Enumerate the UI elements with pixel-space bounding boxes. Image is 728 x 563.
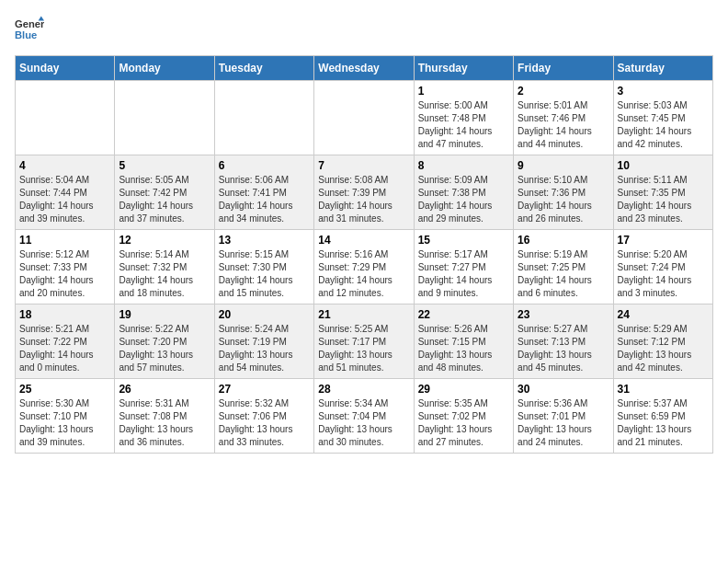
day-number: 8	[418, 159, 509, 172]
day-info: Sunrise: 5:32 AM Sunset: 7:06 PM Dayligh…	[219, 397, 310, 449]
calendar-day-cell: 6Sunrise: 5:06 AM Sunset: 7:41 PM Daylig…	[214, 155, 313, 230]
calendar-day-cell: 17Sunrise: 5:20 AM Sunset: 7:24 PM Dayli…	[613, 230, 712, 304]
calendar-week-row: 18Sunrise: 5:21 AM Sunset: 7:22 PM Dayli…	[16, 304, 713, 379]
day-info: Sunrise: 5:27 AM Sunset: 7:13 PM Dayligh…	[518, 323, 609, 374]
calendar-day-cell: 4Sunrise: 5:04 AM Sunset: 7:44 PM Daylig…	[16, 155, 115, 230]
day-number: 2	[518, 85, 609, 98]
weekday-monday: Monday	[115, 56, 214, 81]
day-info: Sunrise: 5:12 AM Sunset: 7:33 PM Dayligh…	[19, 248, 110, 300]
calendar-day-cell: 27Sunrise: 5:32 AM Sunset: 7:06 PM Dayli…	[214, 379, 313, 454]
day-number: 16	[518, 234, 609, 247]
weekday-thursday: Thursday	[414, 56, 513, 81]
day-number: 25	[19, 383, 110, 396]
page-header: General Blue	[15, 15, 713, 44]
day-info: Sunrise: 5:10 AM Sunset: 7:36 PM Dayligh…	[518, 174, 609, 225]
calendar-day-cell: 20Sunrise: 5:24 AM Sunset: 7:19 PM Dayli…	[214, 304, 313, 379]
day-info: Sunrise: 5:01 AM Sunset: 7:46 PM Dayligh…	[518, 99, 609, 151]
day-number: 23	[518, 308, 609, 321]
day-info: Sunrise: 5:34 AM Sunset: 7:04 PM Dayligh…	[318, 397, 409, 449]
day-info: Sunrise: 5:25 AM Sunset: 7:17 PM Dayligh…	[318, 323, 409, 374]
calendar-day-cell: 2Sunrise: 5:01 AM Sunset: 7:46 PM Daylig…	[514, 81, 613, 155]
calendar-day-cell: 11Sunrise: 5:12 AM Sunset: 7:33 PM Dayli…	[16, 230, 115, 304]
day-number: 28	[318, 383, 409, 396]
day-info: Sunrise: 5:14 AM Sunset: 7:32 PM Dayligh…	[119, 248, 210, 300]
calendar-day-cell: 23Sunrise: 5:27 AM Sunset: 7:13 PM Dayli…	[514, 304, 613, 379]
day-number: 21	[318, 308, 409, 321]
day-info: Sunrise: 5:08 AM Sunset: 7:39 PM Dayligh…	[318, 174, 409, 225]
calendar-day-cell: 29Sunrise: 5:35 AM Sunset: 7:02 PM Dayli…	[414, 379, 513, 454]
calendar-day-cell: 21Sunrise: 5:25 AM Sunset: 7:17 PM Dayli…	[314, 304, 414, 379]
calendar-day-cell: 25Sunrise: 5:30 AM Sunset: 7:10 PM Dayli…	[16, 379, 115, 454]
day-info: Sunrise: 5:16 AM Sunset: 7:29 PM Dayligh…	[318, 248, 409, 300]
day-number: 10	[618, 159, 709, 172]
calendar-day-cell	[16, 81, 115, 155]
calendar-week-row: 4Sunrise: 5:04 AM Sunset: 7:44 PM Daylig…	[16, 155, 713, 230]
day-number: 7	[318, 159, 409, 172]
calendar-day-cell: 24Sunrise: 5:29 AM Sunset: 7:12 PM Dayli…	[613, 304, 712, 379]
day-number: 27	[219, 383, 310, 396]
calendar-week-row: 1Sunrise: 5:00 AM Sunset: 7:48 PM Daylig…	[16, 81, 713, 155]
calendar-day-cell: 5Sunrise: 5:05 AM Sunset: 7:42 PM Daylig…	[115, 155, 214, 230]
day-number: 30	[518, 383, 609, 396]
day-info: Sunrise: 5:35 AM Sunset: 7:02 PM Dayligh…	[418, 397, 509, 449]
weekday-friday: Friday	[514, 56, 613, 81]
weekday-header-row: SundayMondayTuesdayWednesdayThursdayFrid…	[16, 56, 713, 81]
day-number: 4	[19, 159, 110, 172]
calendar-day-cell: 28Sunrise: 5:34 AM Sunset: 7:04 PM Dayli…	[314, 379, 414, 454]
day-info: Sunrise: 5:11 AM Sunset: 7:35 PM Dayligh…	[618, 174, 709, 225]
calendar-day-cell: 12Sunrise: 5:14 AM Sunset: 7:32 PM Dayli…	[115, 230, 214, 304]
day-info: Sunrise: 5:03 AM Sunset: 7:45 PM Dayligh…	[618, 99, 709, 151]
calendar-day-cell: 3Sunrise: 5:03 AM Sunset: 7:45 PM Daylig…	[613, 81, 712, 155]
day-info: Sunrise: 5:21 AM Sunset: 7:22 PM Dayligh…	[19, 323, 110, 374]
calendar-day-cell: 10Sunrise: 5:11 AM Sunset: 7:35 PM Dayli…	[613, 155, 712, 230]
calendar-week-row: 11Sunrise: 5:12 AM Sunset: 7:33 PM Dayli…	[16, 230, 713, 304]
day-number: 17	[618, 234, 709, 247]
calendar-day-cell: 13Sunrise: 5:15 AM Sunset: 7:30 PM Dayli…	[214, 230, 313, 304]
day-number: 14	[318, 234, 409, 247]
day-info: Sunrise: 5:06 AM Sunset: 7:41 PM Dayligh…	[219, 174, 310, 225]
calendar-day-cell: 8Sunrise: 5:09 AM Sunset: 7:38 PM Daylig…	[414, 155, 513, 230]
day-number: 22	[418, 308, 509, 321]
day-info: Sunrise: 5:19 AM Sunset: 7:25 PM Dayligh…	[518, 248, 609, 300]
calendar-day-cell	[214, 81, 313, 155]
day-info: Sunrise: 5:24 AM Sunset: 7:19 PM Dayligh…	[219, 323, 310, 374]
calendar-day-cell	[115, 81, 214, 155]
day-number: 11	[19, 234, 110, 247]
day-info: Sunrise: 5:00 AM Sunset: 7:48 PM Dayligh…	[418, 99, 509, 151]
weekday-wednesday: Wednesday	[314, 56, 414, 81]
logo: General Blue	[15, 15, 48, 44]
day-info: Sunrise: 5:17 AM Sunset: 7:27 PM Dayligh…	[418, 248, 509, 300]
day-info: Sunrise: 5:29 AM Sunset: 7:12 PM Dayligh…	[618, 323, 709, 374]
day-info: Sunrise: 5:36 AM Sunset: 7:01 PM Dayligh…	[518, 397, 609, 449]
day-number: 3	[618, 85, 709, 98]
calendar-day-cell: 9Sunrise: 5:10 AM Sunset: 7:36 PM Daylig…	[514, 155, 613, 230]
calendar-day-cell: 22Sunrise: 5:26 AM Sunset: 7:15 PM Dayli…	[414, 304, 513, 379]
calendar-day-cell: 14Sunrise: 5:16 AM Sunset: 7:29 PM Dayli…	[314, 230, 414, 304]
day-info: Sunrise: 5:31 AM Sunset: 7:08 PM Dayligh…	[119, 397, 210, 449]
day-number: 15	[418, 234, 509, 247]
weekday-sunday: Sunday	[16, 56, 115, 81]
weekday-tuesday: Tuesday	[214, 56, 313, 81]
calendar-table: SundayMondayTuesdayWednesdayThursdayFrid…	[15, 55, 713, 454]
day-number: 1	[418, 85, 509, 98]
calendar-day-cell: 7Sunrise: 5:08 AM Sunset: 7:39 PM Daylig…	[314, 155, 414, 230]
calendar-day-cell: 19Sunrise: 5:22 AM Sunset: 7:20 PM Dayli…	[115, 304, 214, 379]
day-number: 9	[518, 159, 609, 172]
day-number: 26	[119, 383, 210, 396]
day-number: 19	[119, 308, 210, 321]
weekday-saturday: Saturday	[613, 56, 712, 81]
calendar-day-cell: 1Sunrise: 5:00 AM Sunset: 7:48 PM Daylig…	[414, 81, 513, 155]
day-info: Sunrise: 5:22 AM Sunset: 7:20 PM Dayligh…	[119, 323, 210, 374]
day-info: Sunrise: 5:26 AM Sunset: 7:15 PM Dayligh…	[418, 323, 509, 374]
calendar-day-cell	[314, 81, 414, 155]
calendar-day-cell: 31Sunrise: 5:37 AM Sunset: 6:59 PM Dayli…	[613, 379, 712, 454]
day-info: Sunrise: 5:15 AM Sunset: 7:30 PM Dayligh…	[219, 248, 310, 300]
day-number: 18	[19, 308, 110, 321]
day-info: Sunrise: 5:30 AM Sunset: 7:10 PM Dayligh…	[19, 397, 110, 449]
calendar-header: SundayMondayTuesdayWednesdayThursdayFrid…	[16, 56, 713, 81]
calendar-day-cell: 30Sunrise: 5:36 AM Sunset: 7:01 PM Dayli…	[514, 379, 613, 454]
day-number: 13	[219, 234, 310, 247]
day-info: Sunrise: 5:05 AM Sunset: 7:42 PM Dayligh…	[119, 174, 210, 225]
calendar-body: 1Sunrise: 5:00 AM Sunset: 7:48 PM Daylig…	[16, 81, 713, 454]
calendar-day-cell: 15Sunrise: 5:17 AM Sunset: 7:27 PM Dayli…	[414, 230, 513, 304]
